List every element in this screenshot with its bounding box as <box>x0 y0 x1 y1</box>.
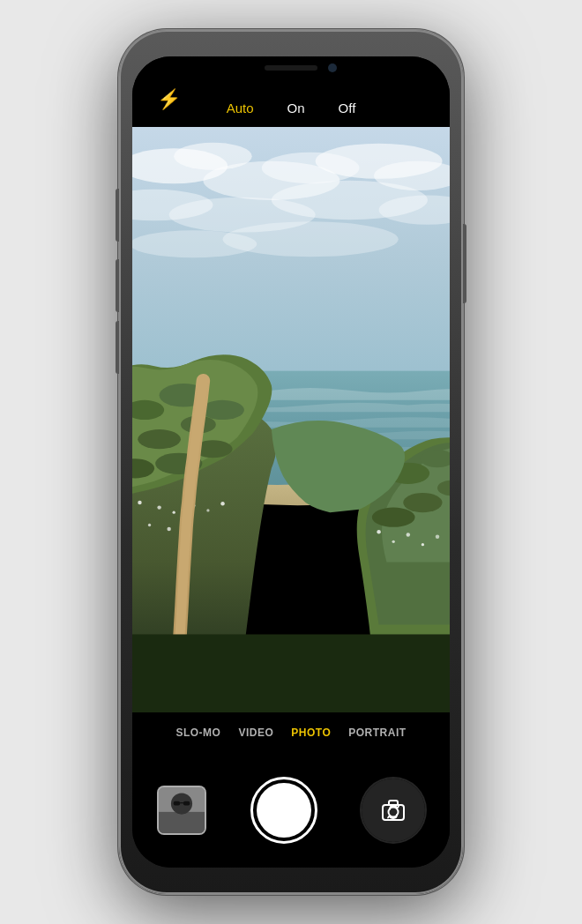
svg-point-16 <box>138 429 181 449</box>
svg-rect-46 <box>183 801 190 806</box>
flash-icon[interactable]: ⚡ <box>157 88 181 111</box>
speaker <box>265 65 317 71</box>
svg-point-12 <box>223 221 399 257</box>
svg-point-38 <box>407 533 410 536</box>
thumbnail-image <box>159 787 205 833</box>
camera-modes-bar: SLO-MO VIDEO PHOTO PORTRAIT <box>132 712 450 753</box>
viewfinder[interactable] <box>132 127 450 712</box>
photo-thumbnail[interactable] <box>157 786 206 835</box>
svg-point-33 <box>403 493 442 512</box>
svg-point-27 <box>220 502 224 505</box>
svg-point-37 <box>392 540 395 543</box>
svg-point-39 <box>422 543 424 546</box>
mode-video[interactable]: VIDEO <box>238 727 273 739</box>
phone-screen: ⚡ Auto On Off <box>132 56 450 868</box>
camera-controls <box>132 753 450 868</box>
svg-rect-43 <box>159 812 205 833</box>
svg-rect-45 <box>174 801 180 806</box>
shutter-inner <box>257 783 311 838</box>
flip-camera-button[interactable] <box>362 779 425 842</box>
mode-photo[interactable]: PHOTO <box>291 727 331 739</box>
svg-point-36 <box>377 530 380 533</box>
svg-point-20 <box>201 400 244 420</box>
svg-point-29 <box>167 527 170 531</box>
flash-on[interactable]: On <box>287 101 305 116</box>
front-camera <box>328 63 337 72</box>
mode-portrait[interactable]: PORTRAIT <box>348 727 406 739</box>
svg-point-23 <box>157 505 160 509</box>
flash-off[interactable]: Off <box>339 101 356 116</box>
notch <box>220 56 362 83</box>
mode-slomo[interactable]: SLO-MO <box>175 727 220 739</box>
svg-point-40 <box>436 535 439 539</box>
shutter-button[interactable] <box>250 777 317 844</box>
svg-point-35 <box>372 508 415 527</box>
svg-point-28 <box>148 524 151 526</box>
svg-point-22 <box>138 501 141 504</box>
svg-point-26 <box>206 509 209 511</box>
flash-auto[interactable]: Auto <box>227 101 254 116</box>
svg-rect-41 <box>132 634 450 712</box>
svg-point-24 <box>173 510 175 513</box>
flip-camera-icon <box>380 797 407 823</box>
phone-frame: ⚡ Auto On Off <box>119 30 463 894</box>
